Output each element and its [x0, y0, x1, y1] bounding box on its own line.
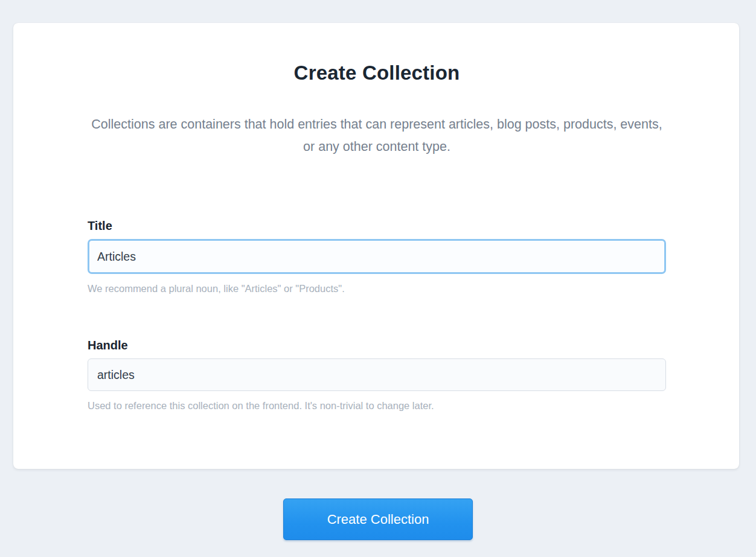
title-input[interactable] — [88, 239, 666, 274]
handle-label: Handle — [88, 337, 666, 354]
handle-field-group: Handle Used to reference this collection… — [88, 337, 666, 412]
wizard-description: Collections are containers that hold ent… — [89, 113, 665, 158]
create-collection-button[interactable]: Create Collection — [283, 498, 473, 540]
create-collection-card: Create Collection Collections are contai… — [13, 23, 739, 469]
page-title: Create Collection — [88, 59, 666, 87]
title-help-text: We recommend a plural noun, like "Articl… — [88, 282, 666, 294]
handle-help-text: Used to reference this collection on the… — [88, 399, 666, 412]
create-collection-form: Title We recommend a plural noun, like "… — [88, 217, 666, 412]
title-field-group: Title We recommend a plural noun, like "… — [88, 217, 666, 294]
form-actions: Create Collection — [0, 498, 756, 540]
handle-input[interactable] — [88, 358, 666, 391]
create-collection-wizard-page: Create Collection Collections are contai… — [0, 23, 756, 557]
title-label: Title — [88, 217, 666, 234]
